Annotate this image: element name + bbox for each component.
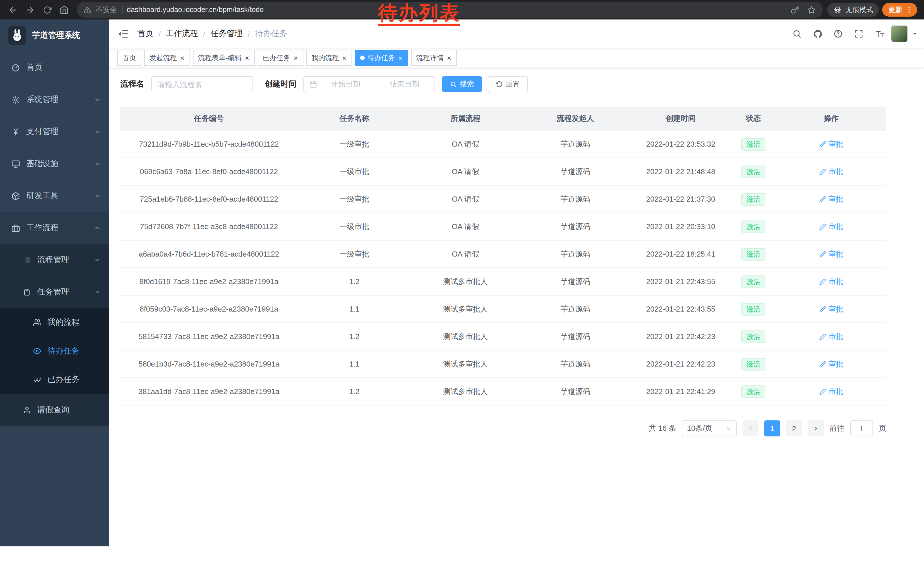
process-name-label: 流程名 xyxy=(120,79,144,89)
approve-label: 审批 xyxy=(828,194,843,204)
close-icon[interactable] xyxy=(180,55,185,60)
sidebar-item-home[interactable]: 首页 xyxy=(0,51,109,84)
next-page-button[interactable] xyxy=(808,420,824,437)
breadcrumb-item[interactable]: 任务管理 xyxy=(211,29,243,39)
page-size-select[interactable]: 10条/页 xyxy=(682,420,737,437)
app-logo-row[interactable]: 芋道管理系统 xyxy=(0,20,109,51)
tab-done-tasks[interactable]: 已办任务 xyxy=(258,50,303,66)
breadcrumb-separator: / xyxy=(248,29,250,38)
browser-reload-button[interactable] xyxy=(39,2,55,18)
fullscreen-button[interactable] xyxy=(850,25,868,43)
approve-link[interactable]: 审批 xyxy=(819,276,843,287)
date-range-picker[interactable]: 开始日期 - 结束日期 xyxy=(303,76,435,92)
reset-button[interactable]: 重置 xyxy=(488,76,528,92)
caret-down-icon[interactable] xyxy=(911,30,918,37)
tab-form-edit[interactable]: 流程表单-编辑 xyxy=(193,50,255,66)
sidebar-toggle-button[interactable] xyxy=(109,20,137,48)
sidebar-item-my-process[interactable]: 我的流程 xyxy=(0,308,109,337)
end-date-placeholder: 结束日期 xyxy=(380,79,429,89)
cell-task-id: a6aba0a4-7b6d-11ec-b781-acde48001122 xyxy=(120,240,298,268)
table-row: 580e1b3d-7ac8-11ec-a9e2-a2380e71991a 1.1… xyxy=(120,350,886,378)
sidebar-item-task-mgmt[interactable]: 任务管理 xyxy=(0,276,109,308)
warning-icon xyxy=(84,6,91,14)
search-icon xyxy=(792,29,801,38)
close-icon[interactable] xyxy=(447,55,452,60)
bookmark-star-icon[interactable] xyxy=(807,6,816,14)
cell-task-id: 381aa1dd-7ac8-11ec-a9e2-a2380e71991a xyxy=(120,378,298,405)
cell-created: 2022-01-21 22:41:29 xyxy=(631,378,730,405)
close-icon[interactable] xyxy=(398,55,403,60)
tab-my-process[interactable]: 我的流程 xyxy=(306,50,352,66)
status-badge: 激活 xyxy=(741,138,765,150)
sidebar-item-system[interactable]: 系统管理 xyxy=(0,84,109,116)
help-button[interactable] xyxy=(829,25,847,43)
process-name-input[interactable] xyxy=(151,76,253,92)
tab-label: 首页 xyxy=(123,53,136,63)
breadcrumb-item[interactable]: 首页 xyxy=(137,29,153,39)
prev-page-button[interactable] xyxy=(742,420,759,437)
cell-process: 测试多审批人 xyxy=(411,323,520,350)
tab-start-process[interactable]: 发起流程 xyxy=(144,50,190,66)
sidebar-item-process-mgmt[interactable]: 流程管理 xyxy=(0,244,109,276)
cell-created: 2022-01-22 23:53:32 xyxy=(631,130,730,158)
cell-created: 2022-01-22 20:33:10 xyxy=(631,213,730,240)
goto-page-input[interactable] xyxy=(850,420,873,437)
page-button-2[interactable]: 2 xyxy=(786,420,802,437)
tab-process-detail[interactable]: 流程详情 xyxy=(411,50,457,66)
close-icon[interactable] xyxy=(293,55,298,60)
close-icon[interactable] xyxy=(244,55,250,60)
approve-link[interactable]: 审批 xyxy=(819,139,843,149)
status-badge: 激活 xyxy=(741,165,765,178)
menu-dots-icon xyxy=(905,6,913,14)
sidebar-item-leave-query[interactable]: 请假查询 xyxy=(0,394,109,426)
cell-initiator: 芋道源码 xyxy=(520,130,631,158)
chevron-down-icon xyxy=(725,425,732,432)
sidebar-item-todo-tasks[interactable]: 待办任务 xyxy=(0,337,109,365)
breadcrumb-item[interactable]: 工作流程 xyxy=(166,29,198,39)
tags-view-bar: 首页 发起流程 流程表单-编辑 已办任务 我的流程 xyxy=(109,48,924,68)
user-avatar[interactable] xyxy=(891,25,908,42)
status-badge: 激活 xyxy=(741,220,765,233)
sidebar-item-done-tasks[interactable]: 已办任务 xyxy=(0,365,109,394)
update-label: 更新 xyxy=(888,5,902,15)
approve-link[interactable]: 审批 xyxy=(819,167,843,177)
tab-todo-tasks[interactable]: 待办任务 xyxy=(355,50,408,66)
approve-link[interactable]: 审批 xyxy=(819,386,843,396)
browser-forward-button[interactable] xyxy=(22,2,38,18)
key-icon[interactable] xyxy=(790,6,799,14)
header-search-button[interactable] xyxy=(788,25,806,43)
chevron-down-icon xyxy=(94,161,101,167)
calendar-icon xyxy=(309,80,317,88)
cell-created: 2022-01-22 21:37:30 xyxy=(631,185,730,213)
font-size-button[interactable] xyxy=(870,25,888,43)
tab-home[interactable]: 首页 xyxy=(117,50,141,66)
search-icon xyxy=(450,81,457,88)
sidebar-item-devtools[interactable]: 研发工具 xyxy=(0,180,109,212)
page-button-1[interactable]: 1 xyxy=(764,420,780,437)
close-icon[interactable] xyxy=(342,55,347,60)
browser-update-button[interactable]: 更新 xyxy=(882,3,917,17)
sidebar-item-workflow[interactable]: 工作流程 xyxy=(0,212,109,244)
tab-label: 待办任务 xyxy=(368,53,395,63)
sidebar-item-payment[interactable]: 支付管理 xyxy=(0,116,109,148)
approve-link[interactable]: 审批 xyxy=(819,331,843,342)
approve-link[interactable]: 审批 xyxy=(819,249,843,259)
edit-icon xyxy=(819,278,826,285)
navbar: 首页 / 工作流程 / 任务管理 / 待办任务 xyxy=(109,20,924,48)
sidebar-item-infrastructure[interactable]: 基础设施 xyxy=(0,148,109,180)
users-icon xyxy=(33,318,41,326)
search-button[interactable]: 搜索 xyxy=(442,76,482,92)
browser-back-button[interactable] xyxy=(4,2,21,18)
approve-link[interactable]: 审批 xyxy=(819,194,843,204)
approve-link[interactable]: 审批 xyxy=(819,359,843,369)
table-header-row: 任务编号 任务名称 所属流程 流程发起人 创建时间 状态 操作 xyxy=(120,107,886,130)
browser-home-button[interactable] xyxy=(56,2,72,18)
pagination: 共 16 条 10条/页 1 2 前往 页 xyxy=(120,420,886,437)
approve-link[interactable]: 审批 xyxy=(819,304,843,314)
column-header: 状态 xyxy=(730,107,776,130)
github-button[interactable] xyxy=(808,25,826,43)
chevron-down-icon xyxy=(94,192,101,199)
chevron-right-icon xyxy=(812,425,819,432)
sidebar-item-label: 基础设施 xyxy=(26,159,88,169)
approve-link[interactable]: 审批 xyxy=(819,221,843,232)
